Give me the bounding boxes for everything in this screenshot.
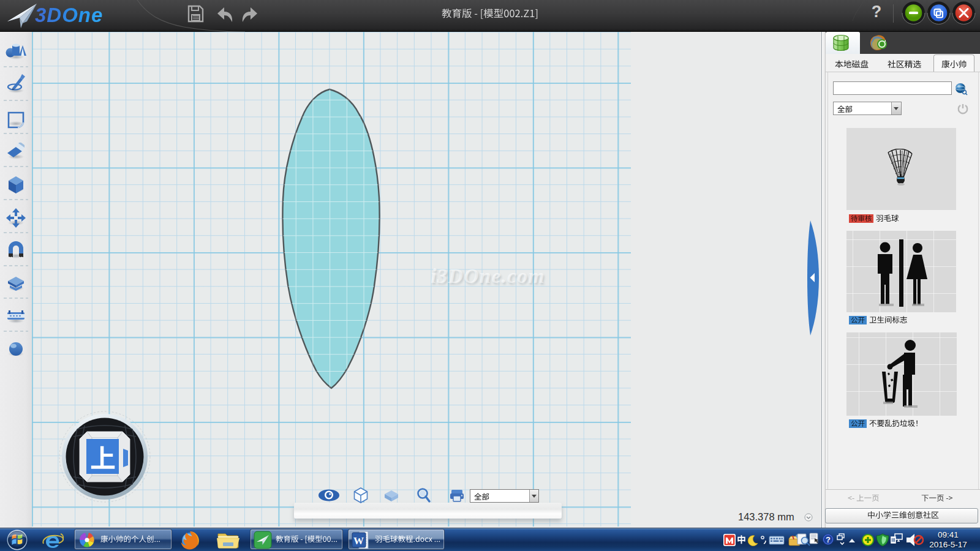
svg-text:?: ? — [826, 535, 831, 544]
svg-text:W: W — [353, 535, 364, 547]
